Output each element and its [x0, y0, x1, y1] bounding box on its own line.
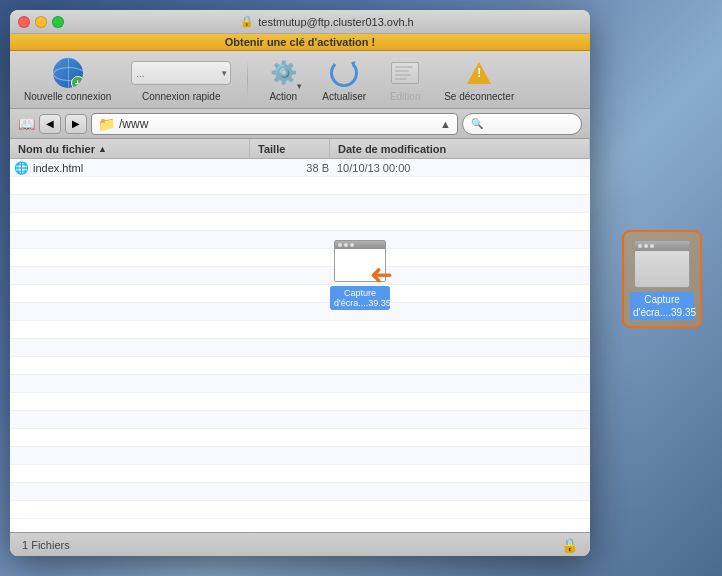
edition-label: Edition — [390, 91, 421, 102]
gear-icon: ⚙️ — [270, 60, 297, 86]
action-label: Action — [269, 91, 297, 102]
disconnect-icon: ! — [463, 57, 495, 89]
quick-connect-icon: ... ▼ — [131, 57, 231, 89]
toolbar: + Nouvelle connexion ... ▼ Connexion rap… — [10, 51, 590, 109]
file-row[interactable]: 🌐 index.html 38 B 10/10/13 00:00 — [10, 159, 590, 177]
disconnect-label: Se déconnecter — [444, 91, 514, 102]
close-button[interactable] — [18, 16, 30, 28]
exclaim-icon: ! — [477, 66, 481, 80]
empty-row — [10, 411, 590, 429]
globe-plus-icon: + — [71, 76, 83, 88]
desktop-icon-thumbnail — [634, 240, 690, 288]
refresh-label: Actualiser — [322, 91, 366, 102]
traffic-lights — [18, 16, 64, 28]
navbar: 📖 ◀ ▶ 📁 /www ▲ 🔍 — [10, 109, 590, 139]
path-text: /www — [119, 117, 436, 131]
desktop-icon-dot — [650, 244, 654, 248]
empty-row — [10, 429, 590, 447]
status-lock-icon: 🔒 — [561, 537, 578, 553]
file-name: index.html — [33, 162, 257, 174]
activation-banner-text: Obtenir une clé d'activation ! — [225, 36, 376, 48]
statusbar: 1 Fichiers 🔒 — [10, 532, 590, 556]
folder-icon: 📁 — [98, 116, 115, 132]
search-icon: 🔍 — [471, 118, 483, 129]
file-date: 10/10/13 00:00 — [337, 162, 410, 174]
desktop-file-icon[interactable]: Capture d'écra....39.35 — [622, 230, 702, 328]
path-bar: 📁 /www ▲ — [91, 113, 458, 135]
refresh-icon — [328, 57, 360, 89]
disconnect-button[interactable]: ! Se déconnecter — [438, 53, 520, 106]
empty-row — [10, 249, 590, 267]
window-title: 🔒 testmutup@ftp.cluster013.ovh.h — [72, 15, 582, 28]
drag-arrow: ➜ — [370, 258, 393, 291]
refresh-button[interactable]: Actualiser — [316, 53, 372, 106]
gear-dropdown-icon: ▼ — [295, 82, 303, 91]
empty-row — [10, 465, 590, 483]
empty-row — [10, 231, 590, 249]
lock-icon: 🔒 — [240, 15, 254, 28]
desktop-icon-label: Capture d'écra....39.35 — [630, 292, 694, 320]
action-button[interactable]: ⚙️ ▼ Action — [258, 53, 308, 106]
search-bar[interactable]: 🔍 — [462, 113, 582, 135]
edition-button[interactable]: Edition — [380, 53, 430, 106]
file-list: 🌐 index.html 38 B 10/10/13 00:00 — [10, 159, 590, 532]
empty-row — [10, 375, 590, 393]
drag-ghost-dot — [344, 243, 348, 247]
column-headers: Nom du fichier ▲ Taille Date de modifica… — [10, 139, 590, 159]
empty-row — [10, 357, 590, 375]
empty-row — [10, 447, 590, 465]
new-connection-icon: + — [52, 57, 84, 89]
column-name-header[interactable]: Nom du fichier ▲ — [10, 139, 250, 158]
new-connection-button[interactable]: + Nouvelle connexion — [18, 53, 117, 106]
empty-row — [10, 483, 590, 501]
drag-ghost-titlebar — [335, 241, 385, 249]
empty-row — [10, 339, 590, 357]
empty-row — [10, 285, 590, 303]
column-date-header[interactable]: Date de modification — [330, 139, 590, 158]
quick-connect-button[interactable]: ... ▼ Connexion rapide — [125, 53, 237, 106]
forward-button[interactable]: ▶ — [65, 114, 87, 134]
empty-row — [10, 303, 590, 321]
drag-ghost-dot — [350, 243, 354, 247]
empty-row — [10, 177, 590, 195]
empty-row — [10, 267, 590, 285]
edition-icon — [389, 57, 421, 89]
sort-arrow-icon: ▲ — [98, 144, 107, 154]
dropdown-icon: ▼ — [220, 69, 228, 78]
empty-row — [10, 321, 590, 339]
status-text: 1 Fichiers — [22, 539, 561, 551]
file-icon: 🌐 — [14, 161, 29, 175]
drag-ghost-dot — [338, 243, 342, 247]
title-text: testmutup@ftp.cluster013.ovh.h — [258, 16, 413, 28]
back-button[interactable]: ◀ — [39, 114, 61, 134]
column-size-header[interactable]: Taille — [250, 139, 330, 158]
empty-row — [10, 213, 590, 231]
desktop-icon-dot — [638, 244, 642, 248]
ftp-window: 🔒 testmutup@ftp.cluster013.ovh.h Obtenir… — [10, 10, 590, 556]
new-connection-label: Nouvelle connexion — [24, 91, 111, 102]
desktop-icon-titlebar — [635, 241, 689, 251]
minimize-button[interactable] — [35, 16, 47, 28]
maximize-button[interactable] — [52, 16, 64, 28]
quick-connect-label: Connexion rapide — [142, 91, 220, 102]
titlebar: 🔒 testmutup@ftp.cluster013.ovh.h — [10, 10, 590, 34]
bookmarks-button[interactable]: 📖 — [18, 116, 35, 132]
empty-row — [10, 501, 590, 519]
separator-1 — [247, 60, 248, 100]
empty-row — [10, 195, 590, 213]
empty-row — [10, 393, 590, 411]
eject-icon[interactable]: ▲ — [440, 118, 451, 130]
activation-banner[interactable]: Obtenir une clé d'activation ! — [10, 34, 590, 51]
action-icon: ⚙️ ▼ — [267, 57, 299, 89]
file-size: 38 B — [257, 162, 337, 174]
desktop-icon-dot — [644, 244, 648, 248]
